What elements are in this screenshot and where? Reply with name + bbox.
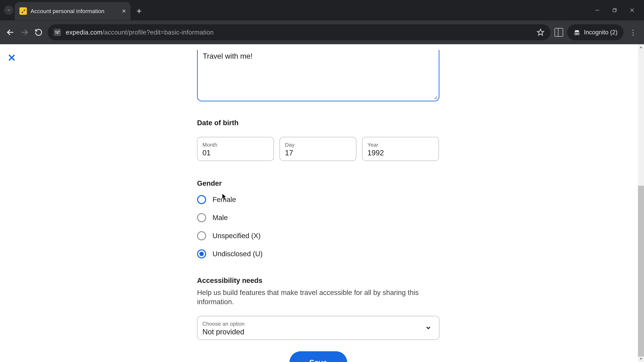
- resize-handle-icon[interactable]: [433, 95, 438, 99]
- expedia-favicon-icon: [20, 7, 27, 15]
- scroll-up-icon[interactable]: [639, 45, 643, 49]
- dob-heading: Date of birth: [197, 119, 440, 127]
- radio-icon: [197, 249, 206, 258]
- accessibility-select-value: Not provided: [202, 328, 434, 336]
- dob-year-label: Year: [368, 142, 434, 148]
- radio-icon: [197, 195, 206, 204]
- radio-icon: [197, 231, 206, 240]
- side-panel-icon[interactable]: [554, 28, 563, 37]
- site-settings-icon[interactable]: [54, 29, 61, 36]
- profile-form: Date of birth Month 01 Day 17 Year 1992 …: [197, 44, 440, 362]
- tab-search-button[interactable]: [4, 5, 14, 15]
- gender-label-unspecified: Unspecified (X): [212, 232, 260, 240]
- tab-close-icon[interactable]: ×: [122, 7, 126, 15]
- gender-heading: Gender: [197, 179, 440, 187]
- svg-point-12: [58, 31, 59, 32]
- incognito-label: Incognito (2): [584, 29, 618, 36]
- back-button[interactable]: [5, 27, 16, 37]
- close-window-button[interactable]: [629, 7, 635, 13]
- gender-option-unspecified[interactable]: Unspecified (X): [197, 231, 440, 240]
- tab-title: Account personal information: [30, 8, 118, 14]
- gender-label-female: Female: [212, 196, 236, 204]
- svg-marker-22: [640, 46, 642, 48]
- forward-button[interactable]: [20, 27, 30, 37]
- accessibility-select[interactable]: Choose an option Not provided: [197, 316, 440, 340]
- close-dialog-button[interactable]: [7, 53, 16, 62]
- dob-year-value: 1992: [368, 149, 434, 157]
- gender-label-male: Male: [212, 214, 228, 222]
- gender-option-undisclosed[interactable]: Undisclosed (U): [197, 249, 440, 258]
- svg-marker-23: [640, 358, 642, 360]
- svg-point-10: [55, 31, 56, 32]
- svg-point-11: [57, 32, 58, 33]
- accessibility-helper-text: Help us build features that make travel …: [197, 288, 428, 307]
- browser-tab[interactable]: Account personal information ×: [15, 2, 130, 20]
- maximize-button[interactable]: [612, 7, 617, 13]
- new-tab-button[interactable]: +: [136, 6, 142, 16]
- svg-point-15: [577, 33, 579, 35]
- gender-label-undisclosed: Undisclosed (U): [212, 250, 263, 258]
- bio-textarea[interactable]: [197, 50, 440, 101]
- dob-month-label: Month: [202, 142, 268, 148]
- gender-option-male[interactable]: Male: [197, 213, 440, 222]
- browser-toolbar: expedia.com/account/profile?edit=basic-i…: [0, 20, 644, 44]
- svg-rect-2: [613, 9, 616, 12]
- browser-menu-button[interactable]: ⋮: [628, 28, 639, 36]
- svg-marker-13: [537, 29, 544, 35]
- gender-option-female[interactable]: Female: [197, 195, 440, 204]
- bookmark-icon[interactable]: [537, 28, 544, 36]
- accessibility-select-label: Choose an option: [202, 321, 434, 327]
- accessibility-heading: Accessibility needs: [197, 277, 440, 285]
- dob-year-field[interactable]: Year 1992: [362, 137, 439, 161]
- dob-day-field[interactable]: Day 17: [280, 137, 356, 161]
- url-text: expedia.com/account/profile?edit=basic-i…: [66, 29, 214, 36]
- gender-radio-group: Female Male Unspecified (X) Undisclosed …: [197, 195, 440, 258]
- window-controls: [594, 0, 644, 13]
- incognito-icon: [573, 29, 580, 36]
- dob-day-label: Day: [285, 142, 351, 148]
- dob-day-value: 17: [285, 149, 351, 157]
- scroll-down-icon[interactable]: [639, 357, 643, 361]
- reload-button[interactable]: [34, 27, 44, 37]
- svg-point-14: [575, 33, 577, 35]
- page-viewport: Date of birth Month 01 Day 17 Year 1992 …: [0, 44, 644, 362]
- svg-line-21: [436, 98, 437, 99]
- chevron-down-icon: [425, 325, 432, 331]
- browser-titlebar: Account personal information × +: [0, 0, 644, 20]
- address-bar[interactable]: expedia.com/account/profile?edit=basic-i…: [48, 24, 550, 40]
- dob-month-value: 01: [202, 149, 268, 157]
- radio-icon: [197, 213, 206, 222]
- scrollbar-thumb[interactable]: [638, 186, 644, 357]
- save-button[interactable]: Save: [290, 351, 347, 362]
- minimize-button[interactable]: [594, 7, 600, 13]
- dob-month-field[interactable]: Month 01: [197, 137, 274, 161]
- incognito-chip[interactable]: Incognito (2): [567, 24, 624, 40]
